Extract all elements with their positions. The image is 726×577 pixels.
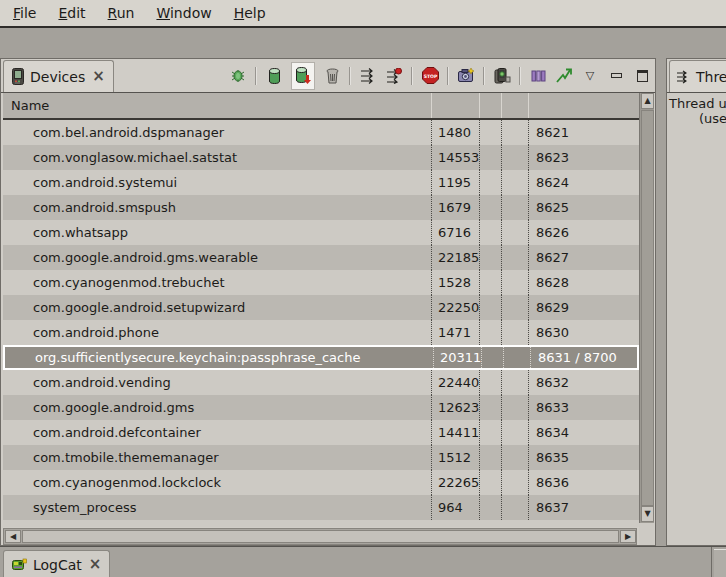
menu-item-window[interactable]: Window xyxy=(145,2,222,24)
cell-pid: 1679 xyxy=(431,195,479,220)
cell-port: 8637 xyxy=(528,495,639,520)
cell-c4 xyxy=(501,295,528,320)
cell-c4 xyxy=(501,445,528,470)
column-header-name[interactable]: Name xyxy=(3,93,431,118)
cell-c4 xyxy=(501,120,528,145)
scroll-up-icon[interactable]: ▲ xyxy=(641,93,654,109)
cell-name: org.sufficientlysecure.keychain:passphra… xyxy=(5,347,433,368)
tab-devices[interactable]: Devices × xyxy=(3,60,114,92)
vertical-scrollbar-thumb[interactable] xyxy=(641,110,654,506)
threads-icon xyxy=(676,70,690,84)
close-icon[interactable]: × xyxy=(89,557,102,572)
table-row[interactable]: com.cyanogenmod.lockclock222658636 xyxy=(3,470,639,495)
debug-icon[interactable] xyxy=(229,67,247,85)
sysinfo-icon[interactable] xyxy=(529,67,547,85)
start-method-profiling-icon[interactable] xyxy=(385,67,403,85)
horizontal-scrollbar[interactable]: ◀ ▶ xyxy=(3,528,637,545)
capture-device-ui-icon[interactable] xyxy=(493,67,511,85)
menu-bar: FileEditRunWindowHelp xyxy=(0,0,726,28)
cell-c3 xyxy=(479,195,501,220)
table-row[interactable]: com.android.vending224408632 xyxy=(3,370,639,395)
menu-item-edit[interactable]: Edit xyxy=(47,2,96,24)
cell-c3 xyxy=(479,270,501,295)
table-row[interactable]: com.android.smspush16798625 xyxy=(3,195,639,220)
cell-name: com.vonglasow.michael.satstat xyxy=(3,145,431,170)
ddms-window: FileEditRunWindowHelp Devices × xyxy=(0,0,726,577)
scroll-down-icon[interactable]: ▼ xyxy=(641,506,654,522)
dump-hprof-icon[interactable] xyxy=(291,62,315,90)
cell-pid: 22265 xyxy=(431,470,479,495)
cell-c3 xyxy=(479,170,501,195)
cell-pid: 14553 xyxy=(431,145,479,170)
cell-c3 xyxy=(479,395,501,420)
cell-pid: 20311 xyxy=(433,347,481,368)
column-header-pid[interactable] xyxy=(431,93,479,118)
table-row[interactable]: system_process9648637 xyxy=(3,495,639,520)
cell-c4 xyxy=(501,245,528,270)
cell-c4 xyxy=(501,370,528,395)
table-row[interactable]: com.cyanogenmod.trebuchet15288628 xyxy=(3,270,639,295)
threads-tab-row: Threads xyxy=(667,59,726,93)
minimize-icon[interactable] xyxy=(607,67,625,85)
threads-tab-label: Threads xyxy=(696,69,726,85)
cell-pid: 1471 xyxy=(431,320,479,345)
cell-c3 xyxy=(479,245,501,270)
column-header-empty2[interactable] xyxy=(501,93,528,118)
cell-c4 xyxy=(503,347,530,368)
cell-port: 8634 xyxy=(528,420,639,445)
table-row[interactable]: org.sufficientlysecure.keychain:passphra… xyxy=(3,345,639,370)
table-row[interactable]: com.android.defcontainer144118634 xyxy=(3,420,639,445)
menu-item-run[interactable]: Run xyxy=(97,2,146,24)
cell-port: 8633 xyxy=(528,395,639,420)
cell-name: com.cyanogenmod.trebuchet xyxy=(3,270,431,295)
table-row[interactable]: com.android.phone14718630 xyxy=(3,320,639,345)
cell-pid: 964 xyxy=(431,495,479,520)
bottom-sash xyxy=(711,547,712,577)
table-row[interactable]: com.whatsapp67168626 xyxy=(3,220,639,245)
table-row[interactable]: com.google.android.gms.wearable221858627 xyxy=(3,245,639,270)
table-row[interactable]: com.google.android.gms126238633 xyxy=(3,395,639,420)
cell-name: com.android.vending xyxy=(3,370,431,395)
column-header-empty1[interactable] xyxy=(479,93,501,118)
cause-gc-trash-icon[interactable] xyxy=(323,67,341,85)
vertical-scrollbar[interactable]: ▲ ▼ xyxy=(639,93,654,523)
table-row[interactable]: com.tmobile.thememanager15128635 xyxy=(3,445,639,470)
tab-logcat[interactable]: LogCat × xyxy=(3,550,110,577)
update-threads-icon[interactable] xyxy=(359,67,377,85)
table-row[interactable]: com.bel.android.dspmanager14808621 xyxy=(3,120,639,145)
cell-c4 xyxy=(501,220,528,245)
toolbar-separator xyxy=(483,67,485,85)
tab-threads[interactable]: Threads xyxy=(669,60,726,92)
start-opengl-trace-icon[interactable] xyxy=(555,67,573,85)
threads-message-line1: Thread updates not enabled for selected … xyxy=(667,93,726,111)
table-header[interactable]: Name xyxy=(3,93,639,120)
table-row[interactable]: com.vonglasow.michael.satstat145538623 xyxy=(3,145,639,170)
cell-c3 xyxy=(479,495,501,520)
cell-c3 xyxy=(479,145,501,170)
close-icon[interactable]: × xyxy=(92,69,105,84)
cell-pid: 1195 xyxy=(431,170,479,195)
table-row[interactable]: com.google.android.setupwizard222508629 xyxy=(3,295,639,320)
scroll-left-icon[interactable]: ◀ xyxy=(5,530,21,543)
screen-capture-icon[interactable] xyxy=(457,67,475,85)
view-menu-icon[interactable]: ▽ xyxy=(581,67,599,85)
stop-process-icon[interactable]: STOP xyxy=(421,67,439,85)
cell-c3 xyxy=(479,320,501,345)
cell-name: com.android.phone xyxy=(3,320,431,345)
toolbar-separator xyxy=(411,67,413,85)
menu-item-help[interactable]: Help xyxy=(223,2,277,24)
table-row[interactable]: com.android.systemui11958624 xyxy=(3,170,639,195)
horizontal-scrollbar-thumb[interactable] xyxy=(22,530,619,543)
cell-name: com.cyanogenmod.lockclock xyxy=(3,470,431,495)
cell-c4 xyxy=(501,470,528,495)
cell-c4 xyxy=(501,270,528,295)
devices-tab-label: Devices xyxy=(30,69,85,85)
cell-c3 xyxy=(479,445,501,470)
menu-item-file[interactable]: File xyxy=(2,2,47,24)
maximize-icon[interactable] xyxy=(633,67,651,85)
column-header-port[interactable] xyxy=(528,93,639,118)
scroll-right-icon[interactable]: ▶ xyxy=(620,530,636,543)
cell-name: com.android.smspush xyxy=(3,195,431,220)
cell-c4 xyxy=(501,320,528,345)
update-heap-icon[interactable] xyxy=(265,67,283,85)
